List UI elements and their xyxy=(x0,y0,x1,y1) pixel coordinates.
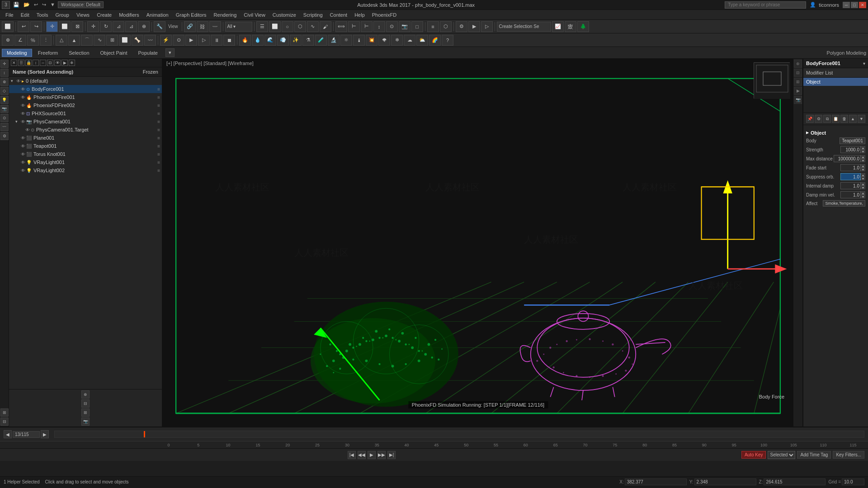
tab-object-paint[interactable]: Object Paint xyxy=(95,49,132,57)
dampminvel-down[interactable]: ▼ xyxy=(861,195,865,198)
tb2-bone[interactable]: 🦴 xyxy=(132,35,143,46)
quick-undo[interactable]: ↩ xyxy=(33,1,39,8)
tb2-fx4[interactable]: 💨 xyxy=(277,35,289,46)
panel-icon1[interactable]: ⊕ xyxy=(81,390,90,399)
menu-tools[interactable]: Tools xyxy=(33,11,52,19)
timeline-scrubber[interactable] xyxy=(54,431,864,438)
tb2-fxf[interactable]: ⛅ xyxy=(416,35,428,46)
scene-item-camtarget[interactable]: 👁 ⊙ PhysCamera001.Target ≡ xyxy=(9,126,162,134)
key-filters-btn[interactable]: Key Filters... xyxy=(833,451,864,459)
tb-link[interactable]: 🔗 xyxy=(184,21,196,32)
left-icon-create[interactable]: ⊕ xyxy=(0,78,9,86)
tb-undo[interactable]: ↩ xyxy=(18,21,29,32)
tb-select-by-name[interactable]: ☰ xyxy=(256,21,268,32)
tb-align-view[interactable]: □ xyxy=(411,21,423,32)
window-controls[interactable]: ─ □ ✕ xyxy=(843,2,866,8)
tb-align2[interactable]: ⊢ xyxy=(361,21,373,32)
panel-icon4[interactable]: 📷 xyxy=(81,418,90,426)
tb2-angle-snap[interactable]: ∠ xyxy=(14,35,26,46)
tb-select-paint[interactable]: 🖌 xyxy=(320,21,331,32)
fadestart-up[interactable]: ▲ xyxy=(861,164,865,168)
strength-spinbox[interactable]: ▲▼ xyxy=(840,146,865,153)
quick-more[interactable]: ▼ xyxy=(49,1,57,8)
suppress-up[interactable]: ▲ xyxy=(861,173,865,177)
left-icon-select[interactable]: ✛ xyxy=(0,60,9,68)
menu-views[interactable]: Views xyxy=(73,11,93,19)
mod-icon-pin[interactable]: 📌 xyxy=(806,115,814,123)
right-panel-dropdown[interactable]: ▾ xyxy=(863,61,865,66)
object-modifier-item[interactable]: Object xyxy=(803,78,868,86)
tb2-play[interactable]: ▷ xyxy=(198,35,210,46)
menu-group[interactable]: Group xyxy=(52,11,73,19)
tb-layer[interactable]: ≡ xyxy=(427,21,439,32)
mod-icon-delete[interactable]: 🗑 xyxy=(840,115,848,123)
menu-customize[interactable]: Customize xyxy=(269,11,300,19)
suppress-spinbox[interactable]: ▲▼ xyxy=(840,173,865,180)
next-key-btn[interactable]: ▶▶ xyxy=(377,451,386,459)
tb2-edge-face[interactable]: △ xyxy=(56,35,67,46)
tb-align[interactable]: ⊢ xyxy=(348,21,360,32)
tb2-mass[interactable]: ⊙ xyxy=(173,35,184,46)
scene-item-bodyforce001[interactable]: 👁 ⊙ BodyForce001 ≡ xyxy=(9,85,162,93)
tb2-fx7[interactable]: 🧪 xyxy=(315,35,327,46)
tb2-grid[interactable]: ⊞ xyxy=(106,35,118,46)
play-btn[interactable]: ▶ xyxy=(368,451,376,459)
maxdist-input[interactable] xyxy=(834,155,861,162)
tab-modeling[interactable]: Modeling xyxy=(2,49,32,57)
dampminvel-input[interactable] xyxy=(840,191,861,198)
right-icon-grid[interactable]: ⊞ xyxy=(794,78,802,86)
add-time-tag-btn[interactable]: Add Time Tag xyxy=(797,451,831,459)
quick-workspace[interactable]: Workspace: Default xyxy=(58,1,104,8)
intdamp-down[interactable]: ▼ xyxy=(861,186,865,189)
frame-display[interactable]: 13 / 115 xyxy=(13,431,40,438)
quick-redo[interactable]: ↪ xyxy=(41,1,47,8)
menu-rendering[interactable]: Rendering xyxy=(210,11,241,19)
suppress-down[interactable]: ▼ xyxy=(861,177,865,180)
goto-end-btn[interactable]: ▶| xyxy=(387,451,396,459)
scene-item-phxsrc[interactable]: 👁 ⊡ PHXSource001 ≡ xyxy=(9,109,162,117)
scene-item-plane[interactable]: 👁 ⬛ Plane001 ≡ xyxy=(9,134,162,142)
hierarchy-filter[interactable]: ☰ xyxy=(18,60,24,66)
tb2-fx6[interactable]: ⚗ xyxy=(302,35,314,46)
tb2-fxe[interactable]: ☁ xyxy=(404,35,415,46)
panel-icon3[interactable]: ⊞ xyxy=(81,408,90,417)
auto-key-btn[interactable]: Auto Key xyxy=(741,451,766,459)
prev-key-btn[interactable]: ◀◀ xyxy=(358,451,366,459)
tb-material[interactable]: ⬡ xyxy=(440,21,452,32)
tb2-fx2[interactable]: 💧 xyxy=(252,35,264,46)
tb-placement[interactable]: ⊕ xyxy=(138,21,150,32)
tb-unlink[interactable]: ⛓ xyxy=(197,21,208,32)
scene-item-root[interactable]: ▾ 👁 ▸ 0 (default) xyxy=(9,77,162,85)
right-icon-render[interactable]: ▶ xyxy=(794,87,802,95)
tb-normal-align[interactable]: ↕ xyxy=(373,21,385,32)
tb2-snap-toggle[interactable]: ⊕ xyxy=(2,35,14,46)
intdamp-input[interactable] xyxy=(840,182,861,189)
scene-item-camera[interactable]: ▾ 👁 📷 PhysCamera001 ≡ xyxy=(9,117,162,126)
prev-frame-btn[interactable]: ◀ xyxy=(4,430,12,438)
right-icon-cam[interactable]: 📷 xyxy=(794,96,802,104)
tb-window-cross[interactable]: ⊠ xyxy=(71,21,83,32)
body-prop-value[interactable]: Teapot001 xyxy=(840,137,865,144)
close-button[interactable]: ✕ xyxy=(859,2,866,8)
tb2-bbox[interactable]: ⬜ xyxy=(119,35,131,46)
scene-item-teapot[interactable]: 👁 ⬛ Teapot001 ≡ xyxy=(9,142,162,150)
dampminvel-up[interactable]: ▲ xyxy=(861,191,865,195)
hierarchy-expand[interactable]: ↔ xyxy=(40,60,46,66)
hierarchy-freeze[interactable]: ❄ xyxy=(69,60,75,66)
tb-schematic-view[interactable]: 🕸 xyxy=(565,21,576,32)
left-icon-bottom2[interactable]: ⊟ xyxy=(0,418,9,426)
affect-value[interactable]: Smoke,Temperature, xyxy=(823,200,865,206)
tb2-fxc[interactable]: 🌪 xyxy=(378,35,390,46)
menu-help[interactable]: Help xyxy=(351,11,368,19)
mod-icon-paste[interactable]: 📋 xyxy=(832,115,840,123)
selected-dropdown[interactable]: Selected xyxy=(768,451,795,459)
tb-curve-editor[interactable]: 📈 xyxy=(552,21,564,32)
quick-access[interactable]: 💾 📂 ↩ ↪ ▼ Workspace: Default xyxy=(12,1,104,8)
mod-icon-settings[interactable]: ⚙ xyxy=(815,115,822,123)
strength-up[interactable]: ▲ xyxy=(861,146,865,150)
tb-render[interactable]: ▶ xyxy=(468,21,480,32)
hierarchy-sort[interactable]: ↕ xyxy=(33,60,39,66)
tb-mirror[interactable]: ⟺ xyxy=(335,21,347,32)
tb2-fx3[interactable]: 🌊 xyxy=(264,35,276,46)
fadestart-spinbox[interactable]: ▲▼ xyxy=(840,164,865,171)
